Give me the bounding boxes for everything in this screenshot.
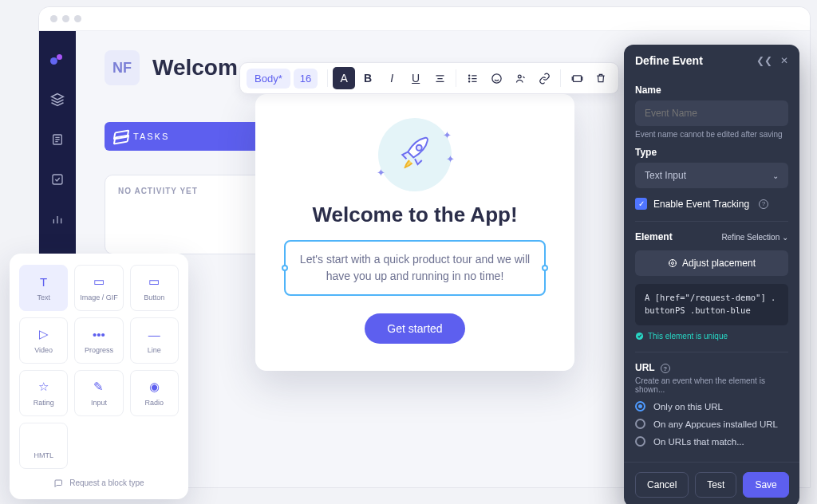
element-selector-code: A [href="/request-demo"] .buttonPS .butt…	[635, 284, 788, 325]
stack-icon	[114, 131, 125, 142]
save-button[interactable]: Save	[743, 472, 788, 498]
panel-title: Define Event	[635, 54, 703, 67]
url-option-2[interactable]: On URLs that match...	[635, 436, 788, 447]
document-icon[interactable]	[49, 132, 65, 148]
block-label: Input	[91, 399, 107, 407]
logo-icon[interactable]	[49, 52, 65, 68]
workspace-chip[interactable]: NF	[105, 50, 140, 85]
enable-tracking-label: Enable Event Tracking	[653, 199, 749, 210]
svg-point-5	[492, 73, 501, 82]
welcome-modal: ✦✦✦ Welcome to the App! Let's start with…	[255, 94, 574, 371]
align-icon[interactable]	[428, 67, 451, 89]
block-text[interactable]: TText	[19, 265, 68, 311]
block-icon	[37, 432, 51, 447]
block-icon: •••	[92, 327, 106, 341]
text-style-select[interactable]: Body*	[247, 69, 290, 89]
block-video[interactable]: ▷Video	[19, 317, 68, 364]
font-size-input[interactable]: 16	[294, 69, 318, 89]
svg-point-2	[468, 75, 469, 76]
help-icon[interactable]: ?	[661, 364, 670, 373]
help-icon[interactable]: ?	[759, 199, 768, 209]
svg-rect-1	[53, 175, 62, 184]
event-name-input[interactable]	[635, 100, 788, 126]
rocket-illustration: ✦✦✦	[378, 118, 452, 191]
block-label: Text	[37, 293, 50, 301]
block-image-gif[interactable]: ▭Image / GIF	[74, 265, 123, 311]
list-icon[interactable]	[461, 67, 483, 89]
svg-point-6	[518, 75, 521, 78]
modal-title: Welcome to the App!	[284, 203, 546, 227]
browser-titlebar	[39, 7, 810, 31]
user-tag-icon[interactable]	[509, 67, 531, 89]
block-progress[interactable]: •••Progress	[74, 317, 123, 364]
radio-icon	[635, 419, 645, 429]
svg-point-3	[468, 77, 469, 78]
link-icon[interactable]	[533, 67, 555, 89]
bold-icon[interactable]: B	[357, 67, 379, 89]
radio-icon	[635, 436, 645, 447]
test-button[interactable]: Test	[695, 472, 736, 498]
editable-text-selection[interactable]: Let's start with a quick product tour an…	[284, 240, 546, 296]
delete-icon[interactable]	[590, 67, 612, 89]
unique-element-note: This element is unique	[635, 332, 788, 341]
block-label: Button	[144, 293, 164, 301]
block-label: Line	[148, 346, 161, 354]
block-label: Image / GIF	[80, 293, 118, 301]
block-label: Rating	[34, 399, 54, 407]
traffic-light-yellow[interactable]	[62, 15, 69, 22]
svg-rect-7	[573, 75, 581, 81]
block-input[interactable]: ✎Input	[74, 370, 123, 416]
svg-point-4	[468, 81, 469, 81]
block-radio[interactable]: ◉Radio	[130, 370, 179, 416]
modal-body-text[interactable]: Let's start with a quick product tour an…	[298, 251, 531, 285]
get-started-button[interactable]: Get started	[365, 313, 464, 344]
traffic-light-red[interactable]	[50, 15, 57, 22]
block-label: HMTL	[34, 451, 53, 459]
collapse-icon[interactable]: ❮❮	[756, 55, 772, 66]
request-block-type-link[interactable]: Request a block type	[19, 478, 179, 488]
url-option-0[interactable]: Only on this URL	[635, 401, 788, 411]
block-label: Video	[34, 346, 53, 354]
refine-selection-link[interactable]: Refine Selection ⌄	[721, 233, 788, 242]
url-hint: Create an event when the element is show…	[635, 376, 788, 394]
italic-icon[interactable]: I	[381, 67, 403, 89]
type-field-label: Type	[635, 147, 788, 158]
block-hmtl[interactable]: HMTL	[19, 423, 68, 469]
block-icon: ☆	[37, 380, 51, 394]
cancel-button[interactable]: Cancel	[635, 472, 689, 498]
url-option-1[interactable]: On any Appcues installed URL	[635, 419, 788, 429]
adjust-placement-button[interactable]: Adjust placement	[635, 250, 788, 276]
close-icon[interactable]: ✕	[780, 55, 788, 66]
block-label: Radio	[145, 399, 164, 407]
selection-handle-right[interactable]	[542, 265, 548, 271]
define-event-panel: Define Event ❮❮ ✕ Name Event name cannot…	[624, 45, 799, 504]
block-icon: ▭	[147, 274, 161, 289]
block-line[interactable]: —Line	[130, 317, 179, 364]
enable-tracking-checkbox[interactable]: ✓	[635, 198, 647, 210]
url-section-label: URL ?	[635, 362, 670, 374]
font-color-icon[interactable]: A	[333, 67, 355, 89]
analytics-icon[interactable]	[49, 211, 65, 227]
page-title: Welcom	[152, 55, 238, 81]
chevron-down-icon: ⌄	[772, 171, 779, 180]
tasks-label: TASKS	[133, 132, 169, 141]
emoji-icon[interactable]	[485, 67, 507, 89]
selection-handle-left[interactable]	[282, 265, 288, 271]
block-icon: ▷	[37, 327, 51, 341]
block-rating[interactable]: ☆Rating	[19, 370, 68, 416]
checkbox-icon[interactable]	[49, 171, 65, 187]
svg-point-8	[416, 145, 422, 151]
name-hint: Event name cannot be edited after saving	[635, 130, 788, 139]
layers-icon[interactable]	[49, 92, 65, 108]
type-select[interactable]: Text Input ⌄	[635, 163, 788, 188]
block-icon: —	[147, 327, 161, 341]
underline-icon[interactable]: U	[405, 67, 427, 89]
block-type-picker: TText▭Image / GIF▭Button▷Video•••Progres…	[10, 254, 188, 499]
element-section-label: Element	[635, 231, 673, 242]
name-field-label: Name	[635, 85, 788, 96]
radio-icon	[635, 401, 645, 411]
image-block-icon[interactable]	[566, 67, 588, 89]
block-button[interactable]: ▭Button	[130, 265, 179, 311]
block-icon: ◉	[147, 380, 161, 394]
traffic-light-green[interactable]	[74, 15, 81, 22]
